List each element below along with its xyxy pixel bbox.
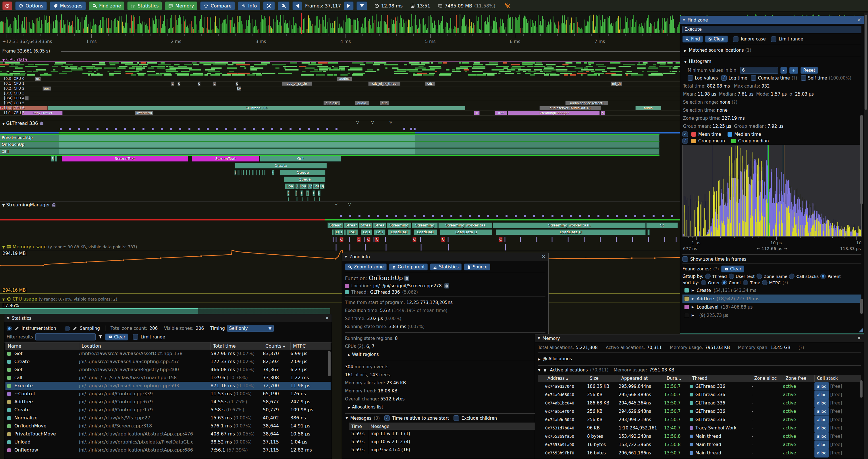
cpu-zone[interactable]: GLThread 336 [48,106,465,110]
timeline-zone[interactable]: Strea [359,223,373,228]
sample-dot[interactable] [496,215,498,217]
timeline-zone[interactable] [385,237,386,242]
stats-limit-range-checkbox[interactable] [133,334,138,339]
cpu-zone[interactable]: Ti [474,111,480,115]
timeline-zone[interactable]: Queue [284,176,326,182]
open-zone-bar[interactable]: PrivateTouchUp [0,135,659,141]
memory-allocation-row[interactable]: 0x7553b9fbf0 16 bytes 296,661,186ns 13:5… [538,449,861,457]
allocations-list-expander[interactable]: ▶Allocations list [345,403,546,412]
timeline-zone[interactable]: Strear [344,223,359,228]
expand-icon[interactable]: ▶ [692,314,694,317]
sample-dot[interactable] [289,128,291,130]
sample-dot[interactable] [432,215,434,217]
statistics-row[interactable]: Create jni/../jni/src/guif/Control.cpp:1… [5,406,331,414]
expand-icon[interactable]: ▶ [692,305,694,309]
found-zone-row[interactable]: ▶Create(54,131) 643.34 ms [682,286,861,295]
timeline-zone[interactable]: C [441,237,445,242]
cpu-zone[interactable]: c [213,81,216,86]
cpu-zone[interactable]: audio [636,106,661,110]
timeline-zone[interactable] [536,237,537,242]
timeline-zone[interactable] [333,237,334,242]
sample-dot[interactable] [179,128,181,130]
timeline-zone[interactable]: C [367,237,371,242]
sample-dot[interactable] [410,128,412,130]
sort-by-radio-mtpc[interactable] [762,280,768,285]
timeline-zone[interactable] [632,237,633,242]
cpu-row[interactable]: [0:0] CPU 0osaudios [0,76,680,81]
alloc-callstack-button[interactable]: alloc [814,399,829,407]
instrumentation-radio[interactable] [7,326,12,331]
timeline-zone[interactable]: ( [287,190,289,196]
timeline-zone[interactable] [349,237,350,242]
memory-allocation-row[interactable]: 0x7553b9fa50 8 bytes 153,492,240ns 13:50… [538,432,861,440]
timeline-zone[interactable] [364,237,365,242]
cpu-zone[interactable]: audioserver (AudioOut_D) [539,106,601,110]
sample-dot[interactable] [188,128,190,130]
sort-by-radio-time[interactable] [743,280,748,285]
sample-dot[interactable] [336,128,338,130]
sample-dot[interactable] [423,215,425,217]
cpu-zone[interactable] [25,96,29,100]
cpu-zone[interactable]: audio.service (effect) [565,101,608,105]
statistics-scrollbar[interactable] [328,351,331,376]
sample-dot[interactable] [96,128,98,130]
statistics-row[interactable]: Unload jni/../jni/src/claw/graphics/pixe… [5,438,331,446]
timeline-zone[interactable] [505,244,506,251]
expand-icon[interactable]: ▶ [692,289,694,292]
timeline-zone[interactable]: | [295,190,297,196]
legend-checkbox[interactable] [682,131,688,137]
sample-dot[interactable] [60,128,62,130]
timeline-zone[interactable] [314,197,315,201]
expand-icon[interactable]: ▶ [692,297,694,300]
timeline-zone[interactable] [307,197,308,201]
sample-dot[interactable] [308,128,310,130]
show-zone-time-checkbox[interactable] [682,256,688,262]
sample-dot[interactable] [280,128,282,130]
timeline-zone[interactable]: LoadData U [496,229,646,235]
sample-dot[interactable] [505,215,507,217]
cpu-row[interactable]: [0:4] CPU 4 [0,96,680,101]
prev-frame-button[interactable] [292,1,302,10]
cpu-row[interactable]: [0:5] CPU 5audioseaudio.autaudio.service… [0,101,680,106]
self-time-checkbox[interactable] [801,75,806,81]
sample-dot[interactable] [625,215,627,217]
messages-expander[interactable]: ▼ [345,416,348,420]
cpu-zone[interactable]: c [236,81,239,86]
sample-dot[interactable] [616,215,618,217]
statistics-row[interactable]: AddTree jni/../jni/src/guif/Control.cpp:… [5,398,331,406]
timeline-zone[interactable]: Up [320,184,324,189]
copy-icon[interactable] [444,283,449,289]
alloc-callstack-button[interactable]: alloc [814,440,829,449]
statistics-row[interactable]: call jni/../jni/../../../src/claw/base/L… [5,374,331,382]
frame-marker[interactable]: ▽ [356,121,359,124]
timeline-zone[interactable] [237,170,238,175]
timeline-zone[interactable] [504,237,505,242]
statistics-table-header[interactable]: Name Location Total time Counts ▼ MTPC [5,342,331,350]
timeline-zone[interactable]: Loa [285,184,295,189]
sample-dot[interactable] [478,215,480,217]
group-by-radio-call-stacks[interactable] [789,273,795,279]
cpu-row[interactable]: [0:3] CPU 3 [0,91,680,96]
close-icon[interactable]: ✕ [857,336,861,341]
sample-dot[interactable] [403,128,405,130]
memory-allocation-row[interactable]: 0x74ab9e5040 256 KB 293,994,219ns 13:50.… [538,415,861,424]
col-zone-free[interactable]: Zone free [783,375,814,382]
allocations-expander[interactable]: ▶@ Allocations [538,355,861,364]
sample-dot[interactable] [395,215,397,217]
alloc-callstack-button[interactable]: alloc [814,407,829,416]
sample-dot[interactable] [460,215,462,217]
go-to-parent-button[interactable]: Go to parent [389,264,428,270]
col-counts[interactable]: Counts ▼ [263,342,290,350]
sample-dot[interactable] [607,215,609,217]
col-time[interactable]: Time [349,423,368,431]
sort-by-radio-count[interactable] [721,280,727,285]
cpu-row[interactable]: [0:1] CPU 1ccccccds_ol_rx_thrcds_ol_rx_t… [0,81,680,87]
sample-dot[interactable] [152,128,154,130]
log-values-checkbox[interactable] [688,75,693,81]
source-button[interactable]: Source [464,264,491,270]
timeline-zone[interactable]: St [646,223,678,228]
memory-plot-header[interactable]: ▼ Memory usage (y-range: 30.88 KB, visib… [2,244,137,250]
col-size[interactable]: Size [587,375,619,382]
sample-dot[interactable] [106,128,108,130]
timeline-zone[interactable]: C [357,237,361,242]
